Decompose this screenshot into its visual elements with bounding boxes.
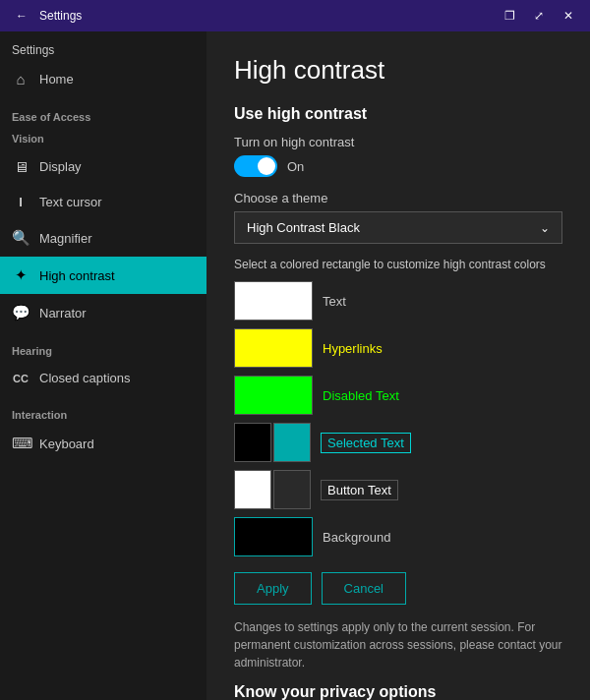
background-color-box[interactable] (234, 517, 313, 556)
button-text-color-box-2[interactable] (273, 470, 311, 509)
app-container: Settings ⌂ Home Ease of Access Vision 🖥 … (0, 31, 590, 700)
color-item-button-text: Button Text (234, 470, 562, 509)
sidebar-item-display[interactable]: 🖥 Display (0, 148, 206, 185)
sidebar-item-home[interactable]: ⌂ Home (0, 61, 206, 97)
selected-text-color-label: Selected Text (321, 433, 411, 453)
page-title: High contrast (234, 55, 562, 86)
button-text-color-box-1[interactable] (234, 470, 271, 509)
toggle-row: On (234, 155, 562, 177)
sidebar-section-interaction: Interaction (0, 395, 206, 425)
colors-label: Select a colored rectangle to customize … (234, 258, 562, 271)
theme-selected: High Contrast Black (247, 220, 360, 235)
closed-captions-icon: CC (12, 373, 30, 384)
magnifier-icon: 🔍 (12, 229, 30, 247)
use-section-title: Use high contrast (234, 105, 562, 123)
apply-button[interactable]: Apply (234, 572, 312, 605)
color-item-disabled-text: Disabled Text (234, 376, 562, 415)
selected-text-color-box-2[interactable] (273, 423, 311, 462)
cancel-button[interactable]: Cancel (322, 572, 406, 605)
chevron-down-icon: ⌄ (540, 221, 550, 235)
hyperlinks-color-label: Hyperlinks (323, 341, 383, 356)
keyboard-icon: ⌨ (12, 435, 30, 452)
sidebar-item-keyboard[interactable]: ⌨ Keyboard (0, 425, 206, 462)
high-contrast-toggle[interactable] (234, 155, 277, 177)
color-item-hyperlinks: Hyperlinks (234, 328, 562, 368)
text-color-box[interactable] (234, 281, 313, 321)
narrator-icon: 💬 (12, 304, 30, 321)
maximize-button[interactable]: ⤢ (525, 2, 553, 29)
toggle-value: On (287, 159, 304, 174)
color-item-text: Text (234, 281, 562, 321)
high-contrast-icon: ✦ (12, 266, 30, 284)
selected-text-color-box-1[interactable] (234, 423, 271, 462)
sidebar-item-closed-captions[interactable]: CC Closed captions (0, 361, 206, 395)
privacy-note: Changes to settings apply only to the cu… (234, 618, 562, 671)
text-color-label: Text (323, 294, 346, 309)
title-bar: ← Settings ❐ ⤢ ✕ (0, 0, 590, 31)
sidebar: Settings ⌂ Home Ease of Access Vision 🖥 … (0, 31, 206, 700)
sidebar-item-high-contrast[interactable]: ✦ High contrast (0, 257, 206, 294)
disabled-text-color-label: Disabled Text (323, 388, 399, 403)
background-color-label: Background (323, 530, 390, 545)
sidebar-item-label: Home (39, 72, 74, 87)
text-cursor-icon: I (12, 195, 30, 209)
button-text-color-boxes (234, 470, 311, 509)
theme-label: Choose a theme (234, 191, 562, 205)
sidebar-item-label: Magnifier (39, 231, 91, 246)
sidebar-section-ease-of-access: Ease of Access (0, 97, 206, 127)
sidebar-item-magnifier[interactable]: 🔍 Magnifier (0, 219, 206, 257)
sidebar-item-text-cursor[interactable]: I Text cursor (0, 185, 206, 219)
main-content: High contrast Use high contrast Turn on … (206, 31, 590, 700)
sidebar-settings-label: Settings (0, 35, 206, 61)
color-item-selected-text: Selected Text (234, 423, 562, 462)
sidebar-item-label: Closed captions (39, 371, 131, 385)
restore-button[interactable]: ❐ (496, 2, 523, 29)
sidebar-item-label: Text cursor (39, 195, 102, 209)
privacy-section-title: Know your privacy options (234, 683, 562, 700)
back-button[interactable]: ← (8, 2, 35, 29)
sidebar-section-vision: Vision (0, 127, 206, 148)
sidebar-section-hearing: Hearing (0, 331, 206, 361)
action-buttons: Apply Cancel (234, 572, 562, 605)
button-text-color-label: Button Text (321, 480, 398, 500)
color-item-background: Background (234, 517, 562, 556)
display-icon: 🖥 (12, 158, 30, 175)
sidebar-item-label: Narrator (39, 306, 87, 321)
home-icon: ⌂ (12, 71, 30, 88)
sidebar-item-label: High contrast (39, 268, 115, 283)
sidebar-item-narrator[interactable]: 💬 Narrator (0, 294, 206, 331)
hyperlinks-color-box[interactable] (234, 328, 313, 368)
selected-text-color-boxes (234, 423, 311, 462)
window-controls: ❐ ⤢ ✕ (496, 2, 582, 29)
disabled-text-color-box[interactable] (234, 376, 313, 415)
close-button[interactable]: ✕ (555, 2, 582, 29)
theme-dropdown[interactable]: High Contrast Black ⌄ (234, 211, 562, 244)
sidebar-item-label: Display (39, 159, 82, 174)
window-title: Settings (35, 9, 496, 23)
toggle-label: Turn on high contrast (234, 135, 562, 149)
sidebar-item-label: Keyboard (39, 437, 94, 451)
